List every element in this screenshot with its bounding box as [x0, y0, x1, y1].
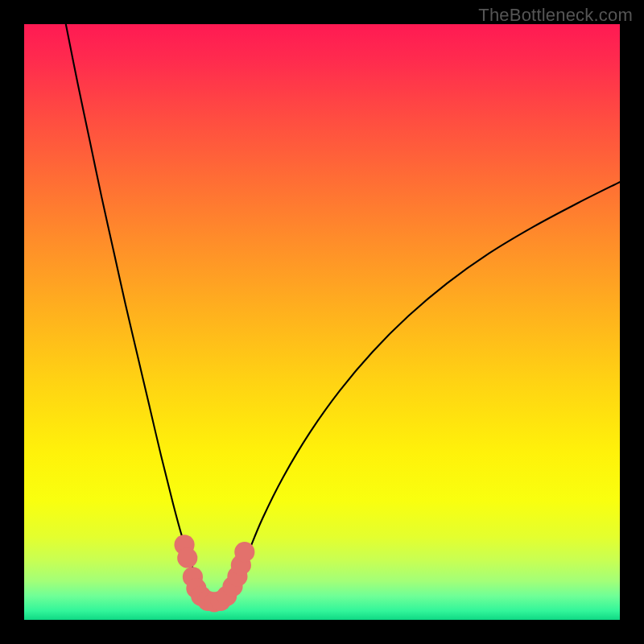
watermark-text: TheBottleneck.com: [478, 5, 633, 26]
chart-svg: [24, 24, 620, 620]
trough-marker: [234, 542, 254, 562]
plot-area: [24, 24, 620, 620]
trough-marker: [177, 547, 197, 568]
gradient-background: [24, 24, 620, 620]
outer-frame: TheBottleneck.com: [0, 0, 644, 644]
